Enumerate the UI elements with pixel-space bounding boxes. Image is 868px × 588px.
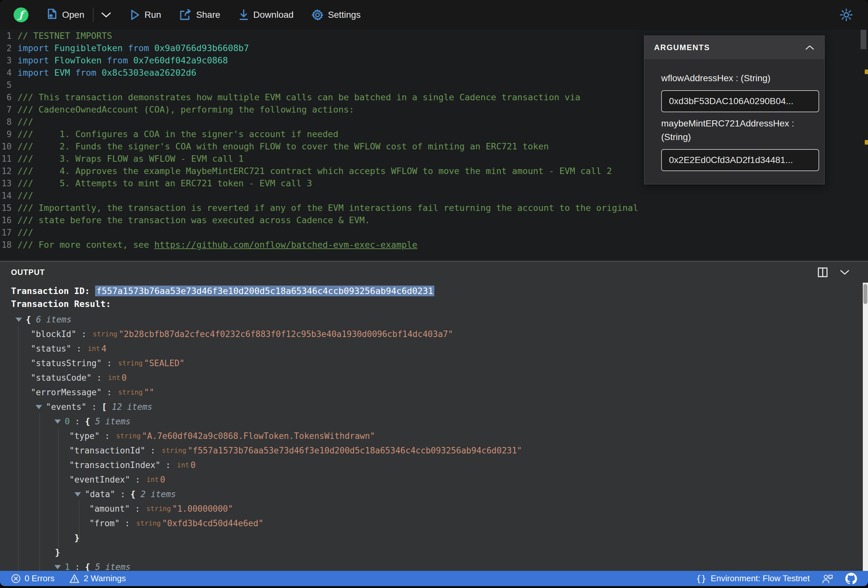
text-segment: 0x8c5303eaa26202d6: [102, 68, 196, 78]
text-segment: 0x7e60df042a9c0868: [133, 55, 228, 65]
text-segment: "": [144, 385, 154, 400]
text-segment: // TESTNET IMPORTS: [18, 31, 112, 41]
output-content: Transaction ID: f557a1573b76aa53e73d46f3…: [0, 284, 858, 572]
open-label: Open: [62, 10, 84, 20]
collapse-caret-icon[interactable]: [55, 420, 61, 424]
settings-button[interactable]: Settings: [311, 9, 360, 21]
tree-row: "errorMessage" : string"": [0, 385, 858, 400]
settings-label: Settings: [328, 10, 360, 20]
split-view-icon[interactable]: [818, 267, 828, 277]
code-line: 15/// Importantly, the transaction is re…: [0, 202, 859, 214]
line-number: 9: [0, 128, 12, 140]
editor-scrollbar-thumb[interactable]: [861, 30, 867, 49]
collapse-caret-icon[interactable]: [35, 405, 42, 409]
line-number: 8: [0, 116, 12, 128]
download-label: Download: [253, 10, 294, 20]
text-segment: {: [85, 414, 95, 429]
share-button[interactable]: Share: [179, 9, 220, 21]
chevron-up-icon[interactable]: [805, 44, 815, 51]
text-segment: "eventIndex": [69, 473, 130, 487]
tree-row: "eventIndex" : int0: [0, 473, 858, 487]
warning-annotation-mark: [865, 140, 868, 144]
errors-status[interactable]: 0 Errors: [11, 573, 55, 584]
warning-triangle-icon: [69, 574, 80, 584]
github-icon[interactable]: [845, 573, 857, 584]
tree-row: 1 : { 5 items: [0, 560, 858, 572]
text-segment: /// CadenceOwnedAccount (COA), performin…: [18, 105, 354, 115]
arguments-title: ARGUMENTS: [654, 43, 710, 52]
text-segment: import: [18, 55, 55, 65]
text-segment: "0xfd3b4cd50d44e6ed": [162, 516, 263, 531]
code-link[interactable]: https://github.com/onflow/batched-evm-ex…: [154, 240, 418, 250]
text-segment: "transactionIndex": [69, 458, 161, 473]
code-line-text: ///: [18, 190, 33, 202]
text-segment: 12 items: [112, 400, 152, 414]
code-line-text: // TESTNET IMPORTS: [18, 30, 112, 42]
toolbar: ƒ Open Run Share: [0, 0, 868, 30]
environment-status[interactable]: {} Environment: Flow Testnet: [696, 573, 810, 584]
output-scrollbar-thumb[interactable]: [864, 284, 867, 304]
text-segment: "1.00000000": [172, 502, 233, 516]
text-segment: {: [85, 560, 95, 572]
collapse-output-chevron-icon[interactable]: [840, 269, 850, 276]
text-segment: /// 2. Funds the signer's COA with enoug…: [18, 141, 549, 151]
flow-logo-icon[interactable]: ƒ: [13, 7, 28, 22]
text-segment: ///: [18, 190, 33, 200]
feedback-person-icon[interactable]: [822, 573, 833, 584]
line-number: 16: [0, 214, 12, 226]
collapse-caret-icon[interactable]: [74, 492, 81, 497]
text-segment: 5 items: [95, 560, 131, 572]
theme-toggle-sun-icon[interactable]: [840, 8, 853, 22]
run-button[interactable]: Run: [130, 9, 161, 21]
text-segment: 1: [65, 560, 70, 572]
line-number: 3: [0, 55, 12, 66]
play-icon: [130, 9, 140, 21]
open-button[interactable]: Open: [47, 9, 84, 21]
open-dropdown-button[interactable]: [100, 11, 112, 18]
argument-input[interactable]: [661, 90, 819, 112]
line-number: 7: [0, 103, 12, 116]
arguments-body: wflowAddressHex : (String)maybeMintERC72…: [644, 59, 824, 184]
tree-row: }: [0, 531, 858, 545]
text-segment: :: [120, 516, 135, 531]
text-segment: :: [161, 458, 176, 473]
arguments-panel-header[interactable]: ARGUMENTS: [644, 36, 824, 59]
text-segment: import: [18, 68, 55, 78]
text-segment: string: [135, 516, 162, 531]
collapse-caret-icon[interactable]: [55, 565, 61, 569]
line-number: 6: [0, 91, 12, 103]
text-segment: /// state before the transaction was exe…: [18, 215, 370, 225]
code-line-text: /// 1. Configures a COA in the signer's …: [18, 128, 338, 140]
code-line-text: /// This transaction demonstrates how mu…: [18, 91, 580, 103]
text-segment: 0: [160, 473, 165, 487]
output-scrollbar[interactable]: [863, 283, 868, 572]
output-header: OUTPUT: [0, 262, 868, 283]
open-file-icon: [47, 9, 58, 21]
download-button[interactable]: Download: [239, 9, 294, 21]
text-segment: int: [86, 342, 101, 356]
tree-row: "from" : string"0xfd3b4cd50d44e6ed": [0, 516, 858, 531]
error-circle-icon: [11, 574, 21, 584]
code-line-text: import FlowToken from 0x7e60df042a9c0868: [18, 55, 228, 66]
code-line: 14///: [0, 190, 859, 202]
collapse-caret-icon[interactable]: [16, 318, 22, 322]
argument-input[interactable]: [661, 149, 819, 171]
code-line: 18/// For more context, see https://gith…: [0, 239, 859, 251]
text-segment: /// 1. Configures a COA in the signer's …: [18, 129, 338, 139]
text-segment: /// 4. Approves the example MaybeMintERC…: [18, 166, 612, 176]
editor-scrollbar[interactable]: [859, 30, 868, 261]
output-panel: OUTPUT Transaction ID: f557a1573b76aa53e…: [0, 261, 868, 572]
warnings-status[interactable]: 2 Warnings: [69, 573, 126, 584]
code-line-text: /// Importantly, the transaction is reve…: [18, 202, 638, 214]
transaction-result-text: Transaction Result:: [11, 299, 111, 309]
tree-row: "data" : { 2 items: [0, 487, 858, 502]
code-line: 16/// state before the transaction was e…: [0, 214, 859, 226]
text-segment: /// Importantly, the transaction is reve…: [18, 203, 638, 213]
text-segment: :: [115, 487, 130, 502]
arguments-panel: ARGUMENTS wflowAddressHex : (String)mayb…: [644, 35, 825, 184]
text-segment: :: [145, 444, 161, 458]
code-editor[interactable]: 1// TESTNET IMPORTS2import FungibleToken…: [0, 30, 868, 261]
text-segment: int: [107, 371, 122, 385]
download-icon: [239, 9, 249, 21]
transaction-id-value[interactable]: f557a1573b76aa53e73d46f3e10d200d5c18a653…: [95, 286, 434, 296]
